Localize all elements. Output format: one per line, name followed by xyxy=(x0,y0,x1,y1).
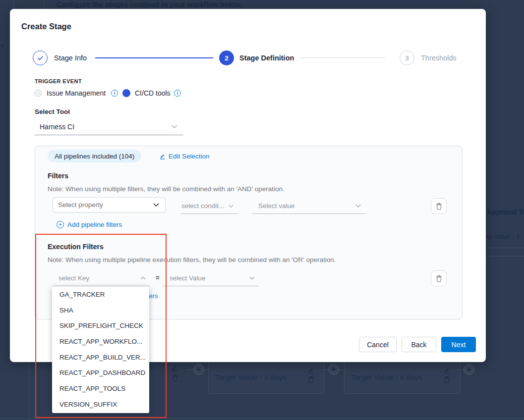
background-dashed-connector xyxy=(322,369,327,370)
background-divider xyxy=(13,0,14,9)
cancel-button[interactable]: Cancel xyxy=(359,337,397,352)
chevron-down-icon xyxy=(249,276,255,280)
step-stage-definition-indicator[interactable]: 2 xyxy=(219,51,234,65)
select-tool-label: Select Tool xyxy=(35,108,70,115)
stepper-connector xyxy=(300,57,386,58)
execution-filters-heading: Execution Filters xyxy=(48,243,104,251)
background-column-header: Approval Ti xyxy=(487,208,524,216)
target-value-label: Target Value - 4 days xyxy=(215,373,287,382)
add-stage-button xyxy=(193,364,204,375)
radio-issue-management[interactable] xyxy=(34,89,42,97)
trash-icon xyxy=(308,376,314,383)
filter-value-placeholder: Select value xyxy=(258,202,355,210)
dropdown-option[interactable]: VERSION_SUFFIX xyxy=(52,397,149,413)
background-divider xyxy=(486,248,524,248)
background-divider xyxy=(29,362,29,420)
step-number: 2 xyxy=(225,54,229,62)
background-divider xyxy=(44,0,44,9)
trash-icon xyxy=(436,203,442,210)
delete-filter-button[interactable] xyxy=(431,198,447,214)
execution-key-dropdown: GA_TRACKERSHASKIP_PREFLIGHT_CHECKREACT_A… xyxy=(52,286,149,413)
chevron-down-icon xyxy=(355,204,361,208)
edit-icon xyxy=(171,365,178,371)
chevron-down-icon xyxy=(229,205,233,208)
plus-circle-icon xyxy=(57,221,64,228)
info-icon[interactable] xyxy=(111,90,118,97)
edit-selection-label: Edit Selection xyxy=(169,153,210,160)
trash-icon xyxy=(436,275,442,282)
execution-value-placeholder: select Value xyxy=(170,274,249,282)
execution-key-select[interactable]: select Key xyxy=(53,270,150,286)
add-pipeline-filters-link[interactable]: Add pipeline filters xyxy=(57,221,122,228)
background-dashed-connector xyxy=(187,369,192,370)
step-stage-definition-label: Stage Definition xyxy=(239,54,294,62)
dropdown-option[interactable]: GA_TRACKER xyxy=(52,287,149,303)
check-icon xyxy=(37,55,44,60)
chevron-down-icon xyxy=(153,203,159,207)
stepper-connector xyxy=(95,57,213,58)
add-pipeline-filters-label: Add pipeline filters xyxy=(67,221,122,228)
filter-property-placeholder: Select property xyxy=(58,201,153,209)
trash-icon xyxy=(172,374,178,382)
edit-icon xyxy=(443,367,450,374)
edit-selection-link[interactable]: Edit Selection xyxy=(159,150,210,162)
radio-cicd-tools[interactable] xyxy=(122,89,130,97)
trigger-event-label: TRIGGER EVENT xyxy=(35,78,82,84)
background-target-value-text: et Value - 1 xyxy=(486,233,520,240)
filter-condition-placeholder: select condit... xyxy=(181,202,229,210)
modal-title: Create Stage xyxy=(21,22,71,31)
tool-select-value: Harness CI xyxy=(40,123,172,131)
dropdown-option[interactable]: REACT_APP_BUILD_VER... xyxy=(52,350,149,366)
edit-icon xyxy=(159,153,166,159)
delete-execution-filter-button[interactable] xyxy=(431,270,447,286)
filter-condition-select[interactable]: select condit... xyxy=(180,198,237,214)
target-value-label: Target Value - 4 days xyxy=(350,373,422,382)
step-stage-info-indicator[interactable] xyxy=(33,51,48,65)
background-stage-card: Target Value - 4 days xyxy=(344,361,461,394)
radio-issue-management-label[interactable]: Issue Management xyxy=(47,89,106,97)
step-thresholds-label: Thresholds xyxy=(421,54,457,62)
add-stage-button xyxy=(328,364,339,375)
execution-key-placeholder: select Key xyxy=(58,274,140,282)
background-divider xyxy=(0,419,524,419)
info-icon[interactable] xyxy=(174,90,181,97)
chevron-down-icon xyxy=(172,125,177,128)
dropdown-option[interactable]: REACT_APP_TOOLS xyxy=(52,381,149,397)
filter-value-select[interactable]: Select value xyxy=(252,198,365,214)
trash-icon xyxy=(444,376,450,383)
step-thresholds-indicator[interactable]: 3 xyxy=(400,51,414,65)
background-dashed-divider xyxy=(486,256,524,257)
step-number: 3 xyxy=(405,54,409,62)
execution-filters-note: Note: When using multiple pipeline execu… xyxy=(48,256,336,263)
next-button[interactable]: Next xyxy=(441,337,476,352)
filters-heading: Filters xyxy=(48,172,68,180)
tool-select[interactable]: Harness CI xyxy=(35,118,183,135)
filter-property-select[interactable]: Select property xyxy=(53,197,166,212)
edit-icon xyxy=(307,367,314,374)
execution-value-select[interactable]: select Value xyxy=(163,270,259,286)
dropdown-option[interactable]: SKIP_PREFLIGHT_CHECK xyxy=(52,318,149,334)
pipelines-included-chip: All pipelines included (104) xyxy=(48,150,141,162)
equals-operator: = xyxy=(156,274,160,281)
background-sidebar-text: Y xyxy=(0,43,4,49)
step-stage-info-label: Stage Info xyxy=(54,54,87,62)
add-stage-button xyxy=(464,364,474,375)
background-dashed-connector xyxy=(457,369,462,370)
filters-note: Note: When using multiple filters, they … xyxy=(48,185,285,193)
dropdown-option[interactable]: REACT_APP_WORKFLO... xyxy=(52,334,149,350)
background-page-subtitle: Configure the stages involved in your wo… xyxy=(57,0,242,8)
back-button[interactable]: Back xyxy=(402,337,436,352)
radio-cicd-tools-label[interactable]: CI/CD tools xyxy=(135,89,171,97)
dropdown-option[interactable]: REACT_APP_DASHBOARD xyxy=(52,365,149,381)
dropdown-option[interactable]: SHA xyxy=(52,303,149,318)
chevron-up-icon xyxy=(140,276,146,280)
background-stage-card: Target Value - 4 days xyxy=(208,361,325,394)
